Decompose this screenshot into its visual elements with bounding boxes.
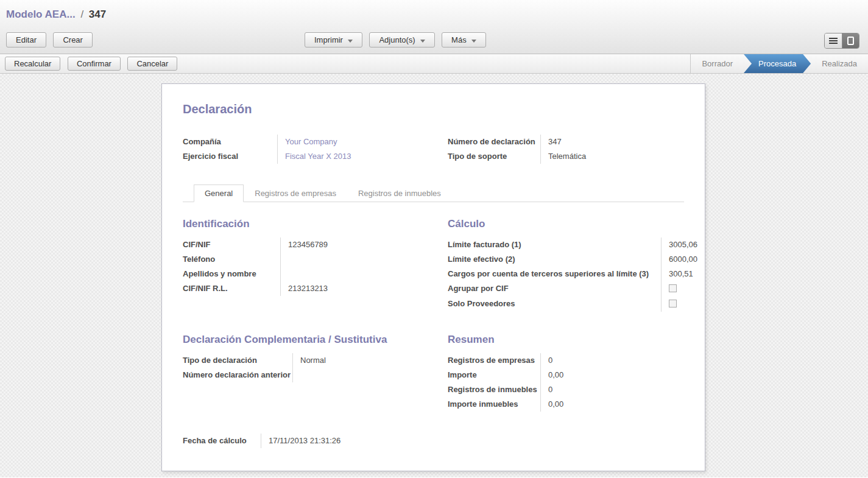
field-value-apellidos-y-nombre	[280, 267, 448, 281]
section-calculo: Cálculo Límite facturado (1) 3005,06 Lím…	[448, 218, 697, 312]
view-switcher	[824, 33, 859, 49]
caret-down-icon	[420, 40, 425, 43]
form-sheet: Declaración Compañía Your Company Ejerci…	[161, 83, 705, 471]
list-view-button[interactable]	[825, 33, 842, 48]
field-value-telefono	[280, 252, 448, 267]
field-label-importe: Importe	[448, 368, 540, 382]
section-identificacion: Identificación CIF/NIF 123456789 Teléfon…	[183, 218, 448, 312]
field-label-numero-declaracion-anterior: Número declaración anterior	[183, 368, 292, 382]
field-value-solo-proveedores	[661, 297, 697, 312]
document-buttons: Imprimir Adjunto(s) Más	[305, 32, 486, 47]
field-value-tipo-soporte: Telemática	[540, 149, 684, 164]
field-value-importe: 0,00	[540, 368, 684, 382]
field-label-fecha-calculo: Fecha de cálculo	[183, 434, 261, 448]
field-value-fecha-calculo: 17/11/2013 21:31:26	[261, 434, 448, 448]
print-label: Imprimir	[314, 35, 343, 44]
field-label-ejercicio-fiscal: Ejercicio fiscal	[183, 149, 277, 164]
field-value-registros-inmuebles: 0	[540, 382, 684, 397]
create-button[interactable]: Crear	[53, 32, 93, 47]
form-icon	[847, 37, 854, 45]
header-fields-left: Compañía Your Company Ejercicio fiscal F…	[183, 135, 448, 164]
cancel-button[interactable]: Cancelar	[127, 57, 177, 71]
field-value-limite-efectivo: 6000,00	[661, 252, 697, 267]
field-label-registros-inmuebles: Registros de inmuebles	[448, 382, 540, 397]
status-bar: Borrador Procesada Realizada	[690, 54, 868, 73]
field-label-importe-inmuebles: Importe inmuebles	[448, 397, 540, 412]
notebook-tabs: General Registros de empresas Registros …	[183, 185, 684, 202]
form-view-button[interactable]	[842, 33, 859, 48]
section-row-1: Identificación CIF/NIF 123456789 Teléfon…	[183, 218, 684, 312]
tab-registros-de-empresas[interactable]: Registros de empresas	[244, 185, 347, 202]
field-label-telefono: Teléfono	[183, 252, 280, 267]
header-fields-right: Número de declaración 347 Tipo de soport…	[448, 135, 684, 164]
edit-button[interactable]: Editar	[6, 32, 46, 47]
complementaria-fields: Tipo de declaración Normal Número declar…	[183, 353, 448, 382]
status-state-procesada: Procesada	[744, 54, 811, 73]
field-label-numero-declaracion: Número de declaración	[448, 135, 540, 149]
field-value-importe-inmuebles: 0,00	[540, 397, 684, 412]
field-label-solo-proveedores: Solo Proveedores	[448, 297, 661, 312]
field-value-registros-empresas: 0	[540, 353, 684, 368]
more-dropdown-button[interactable]: Más	[442, 32, 486, 47]
field-label-tipo-declaracion: Tipo de declaración	[183, 353, 292, 368]
print-dropdown-button[interactable]: Imprimir	[305, 32, 362, 47]
main-content-area: Declaración Compañía Your Company Ejerci…	[0, 74, 868, 477]
fecha-calculo-field: Fecha de cálculo 17/11/2013 21:31:26	[183, 434, 448, 448]
field-value-cif-nif-rl: 213213213	[280, 281, 448, 296]
field-label-limite-efectivo: Límite efectivo (2)	[448, 252, 661, 267]
field-value-numero-declaracion: 347	[540, 135, 684, 149]
field-label-compania: Compañía	[183, 135, 277, 149]
page-title: Declaración	[183, 102, 684, 116]
workflow-buttons: Recalcular Confirmar Cancelar	[0, 57, 177, 71]
caret-down-icon	[471, 40, 476, 43]
field-label-limite-facturado: Límite facturado (1)	[448, 237, 661, 252]
attachments-label: Adjunto(s)	[379, 35, 415, 44]
action-toolbar: Recalcular Confirmar Cancelar Borrador P…	[0, 54, 868, 74]
field-label-cif-nif: CIF/NIF	[183, 237, 280, 252]
breadcrumb-current: 347	[89, 9, 106, 20]
field-label-registros-empresas: Registros de empresas	[448, 353, 540, 368]
section-title-complementaria: Declaración Complementaria / Sustitutiva	[183, 334, 448, 346]
breadcrumb-parent-link[interactable]: Modelo AEA...	[6, 9, 76, 20]
section-complementaria: Declaración Complementaria / Sustitutiva…	[183, 334, 448, 412]
field-label-agrupar-por-cif: Agrupar por CIF	[448, 281, 661, 297]
list-icon	[829, 38, 838, 44]
field-label-tipo-soporte: Tipo de soporte	[448, 149, 540, 164]
identificacion-fields: CIF/NIF 123456789 Teléfono Apellidos y n…	[183, 237, 448, 296]
top-header: Modelo AEA... / 347 Editar Crear Imprimi…	[0, 0, 868, 54]
field-value-compania[interactable]: Your Company	[277, 135, 448, 149]
breadcrumb-separator: /	[78, 9, 86, 20]
breadcrumb: Modelo AEA... / 347	[0, 0, 868, 21]
recalculate-button[interactable]: Recalcular	[5, 57, 60, 71]
field-value-numero-declaracion-anterior	[292, 368, 448, 382]
section-title-resumen: Resumen	[448, 334, 684, 346]
resumen-fields: Registros de empresas 0 Importe 0,00 Reg…	[448, 353, 684, 412]
field-value-ejercicio-fiscal[interactable]: Fiscal Year X 2013	[277, 149, 448, 164]
caret-down-icon	[348, 40, 353, 43]
status-state-realizada: Realizada	[811, 54, 868, 73]
section-title-calculo: Cálculo	[448, 218, 697, 230]
record-buttons: Editar Crear	[6, 32, 93, 47]
field-value-tipo-declaracion: Normal	[292, 353, 448, 368]
section-row-2: Declaración Complementaria / Sustitutiva…	[183, 334, 684, 412]
field-value-cif-nif: 123456789	[280, 237, 448, 252]
field-value-cargos-terceros: 300,51	[661, 267, 697, 281]
tab-general[interactable]: General	[194, 185, 244, 202]
section-title-identificacion: Identificación	[183, 218, 448, 230]
tab-registros-de-inmuebles[interactable]: Registros de inmuebles	[347, 185, 452, 202]
attachments-dropdown-button[interactable]: Adjunto(s)	[369, 32, 434, 47]
section-resumen: Resumen Registros de empresas 0 Importe …	[448, 334, 684, 412]
calculo-fields: Límite facturado (1) 3005,06 Límite efec…	[448, 237, 697, 312]
more-label: Más	[451, 35, 467, 44]
solo-proveedores-checkbox[interactable]	[669, 300, 677, 308]
field-value-limite-facturado: 3005,06	[661, 237, 697, 252]
field-label-apellidos-y-nombre: Apellidos y nombre	[183, 267, 280, 281]
agrupar-por-cif-checkbox[interactable]	[669, 284, 677, 292]
field-label-cif-nif-rl: CIF/NIF R.L.	[183, 281, 280, 296]
status-state-borrador: Borrador	[691, 54, 744, 73]
field-value-agrupar-por-cif	[661, 281, 697, 297]
confirm-button[interactable]: Confirmar	[68, 57, 121, 71]
field-label-cargos-terceros: Cargos por cuenta de terceros superiores…	[448, 267, 661, 281]
sheet-header-fields: Compañía Your Company Ejercicio fiscal F…	[183, 135, 684, 164]
tab-content-general: Identificación CIF/NIF 123456789 Teléfon…	[183, 202, 684, 448]
